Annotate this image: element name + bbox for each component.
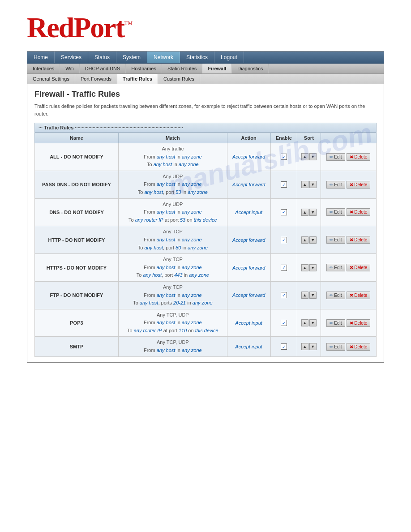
rule-match: Any TCP, UDP From any host in any zone: [118, 337, 227, 356]
nav-interfaces[interactable]: Interfaces: [27, 64, 60, 73]
delete-button[interactable]: ✖ Delete: [347, 181, 371, 189]
sort-up-btn[interactable]: ▲: [301, 319, 308, 326]
table-row: ALL - DO NOT MODIFY Any traffic From any…: [35, 143, 377, 171]
nav-hostnames[interactable]: Hostnames: [126, 64, 162, 73]
edit-button[interactable]: ✏ Edit: [326, 343, 345, 351]
enable-checkbox[interactable]: ✓: [281, 265, 287, 271]
third-nav: General Settings Port Forwards Traffic R…: [27, 74, 384, 84]
rule-match: Any UDP From any host in any zone To any…: [118, 198, 227, 226]
nav-statistics[interactable]: Statistics: [180, 51, 214, 63]
rule-name: PASS DNS - DO NOT MODIFY: [35, 171, 119, 198]
rule-enable[interactable]: ✓: [270, 337, 297, 356]
rule-enable[interactable]: ✓: [270, 143, 297, 171]
rule-enable[interactable]: ✓: [270, 198, 297, 226]
edit-button[interactable]: ✏ Edit: [326, 236, 345, 244]
delete-button[interactable]: ✖ Delete: [347, 153, 371, 161]
delete-button[interactable]: ✖ Delete: [347, 208, 371, 216]
enable-checkbox[interactable]: ✓: [281, 320, 287, 326]
nav-wifi[interactable]: Wifi: [60, 64, 79, 73]
delete-button[interactable]: ✖ Delete: [347, 236, 371, 244]
rule-sort: ▲ ▼: [297, 143, 321, 171]
edit-button[interactable]: ✏ Edit: [326, 153, 345, 161]
sort-up-btn[interactable]: ▲: [301, 264, 308, 271]
rule-enable[interactable]: ✓: [270, 254, 297, 282]
enable-checkbox[interactable]: ✓: [281, 292, 287, 298]
rule-sort: ▲ ▼: [297, 254, 321, 282]
nav-general-settings[interactable]: General Settings: [27, 74, 75, 84]
nav-diagnostics[interactable]: Diagnostics: [232, 64, 269, 73]
sort-down-btn[interactable]: ▼: [309, 181, 317, 188]
col-name: Name: [35, 133, 119, 143]
rule-action: Accept forward: [227, 171, 270, 198]
rule-enable[interactable]: ✓: [270, 309, 297, 337]
rule-action: Accept forward: [227, 226, 270, 254]
delete-button[interactable]: ✖ Delete: [347, 343, 371, 351]
sort-down-btn[interactable]: ▼: [309, 264, 317, 271]
delete-button[interactable]: ✖ Delete: [347, 292, 371, 299]
table-row: HTTP - DO NOT MODIFY Any TCP From any ho…: [35, 226, 377, 254]
edit-button[interactable]: ✏ Edit: [326, 208, 345, 216]
rule-action: Accept input: [227, 337, 270, 356]
nav-traffic-rules[interactable]: Traffic Rules: [117, 74, 158, 84]
nav-system[interactable]: System: [116, 51, 147, 63]
rule-action: Accept input: [227, 309, 270, 337]
sort-up-btn[interactable]: ▲: [301, 343, 308, 350]
table-row: POP3 Any TCP, UDP From any host in any z…: [35, 309, 377, 337]
rule-name: DNS - DO NOT MODIFY: [35, 198, 119, 226]
sort-down-btn[interactable]: ▼: [309, 343, 317, 350]
sort-down-btn[interactable]: ▼: [309, 292, 317, 299]
rule-actions: ✏ Edit ✖ Delete: [321, 337, 376, 356]
rule-name: FTP - DO NOT MODIFY: [35, 281, 119, 309]
sort-down-btn[interactable]: ▼: [309, 153, 317, 160]
nav-static-routes[interactable]: Static Routes: [162, 64, 202, 73]
sort-down-btn[interactable]: ▼: [309, 236, 317, 244]
second-nav: Interfaces Wifi DHCP and DNS Hostnames S…: [27, 64, 384, 74]
enable-checkbox[interactable]: ✓: [281, 343, 287, 350]
rule-name: HTTP - DO NOT MODIFY: [35, 226, 119, 254]
rule-action: Accept input: [227, 198, 270, 226]
nav-services[interactable]: Services: [55, 51, 88, 63]
rule-sort: ▲ ▼: [297, 337, 321, 356]
sort-up-btn[interactable]: ▲: [301, 153, 308, 160]
sort-up-btn[interactable]: ▲: [301, 236, 308, 244]
nav-port-forwards[interactable]: Port Forwards: [75, 74, 117, 84]
edit-button[interactable]: ✏ Edit: [326, 181, 345, 189]
sort-up-btn[interactable]: ▲: [301, 209, 308, 216]
sort-down-btn[interactable]: ▼: [309, 209, 317, 216]
nav-firewall[interactable]: Firewall: [202, 64, 232, 73]
delete-button[interactable]: ✖ Delete: [347, 319, 371, 327]
nav-status[interactable]: Status: [88, 51, 116, 63]
enable-checkbox[interactable]: ✓: [281, 237, 287, 243]
edit-button[interactable]: ✏ Edit: [326, 319, 345, 327]
enable-checkbox[interactable]: ✓: [281, 181, 287, 188]
edit-button[interactable]: ✏ Edit: [326, 292, 345, 299]
edit-button[interactable]: ✏ Edit: [326, 264, 345, 271]
nav-custom-rules[interactable]: Custom Rules: [158, 74, 200, 84]
rule-enable[interactable]: ✓: [270, 171, 297, 198]
nav-network[interactable]: Network: [147, 51, 180, 63]
rule-name: ALL - DO NOT MODIFY: [35, 143, 119, 171]
rule-enable[interactable]: ✓: [270, 281, 297, 309]
rule-name: POP3: [35, 309, 119, 337]
rule-actions: ✏ Edit ✖ Delete: [321, 171, 376, 198]
nav-logout[interactable]: Logout: [214, 51, 244, 63]
enable-checkbox[interactable]: ✓: [281, 209, 287, 215]
rule-actions: ✏ Edit ✖ Delete: [321, 254, 376, 282]
nav-home[interactable]: Home: [27, 51, 55, 63]
sort-down-btn[interactable]: ▼: [309, 319, 317, 326]
rule-actions: ✏ Edit ✖ Delete: [321, 309, 376, 337]
rule-sort: ▲ ▼: [297, 281, 321, 309]
rule-match: Any traffic From any host in any zone To…: [118, 143, 227, 171]
rule-enable[interactable]: ✓: [270, 226, 297, 254]
nav-dhcp-dns[interactable]: DHCP and DNS: [80, 64, 126, 73]
sort-up-btn[interactable]: ▲: [301, 181, 308, 188]
sort-up-btn[interactable]: ▲: [301, 292, 308, 299]
rule-match: Any TCP From any host in any zone To any…: [118, 281, 227, 309]
rule-action: Accept forward: [227, 281, 270, 309]
delete-button[interactable]: ✖ Delete: [347, 264, 371, 271]
page-title: Firewall - Traffic Rules: [34, 90, 377, 99]
col-enable: Enable: [270, 133, 297, 143]
rule-actions: ✏ Edit ✖ Delete: [321, 281, 376, 309]
logo: RedPort™: [27, 13, 384, 42]
enable-checkbox[interactable]: ✓: [281, 154, 287, 160]
